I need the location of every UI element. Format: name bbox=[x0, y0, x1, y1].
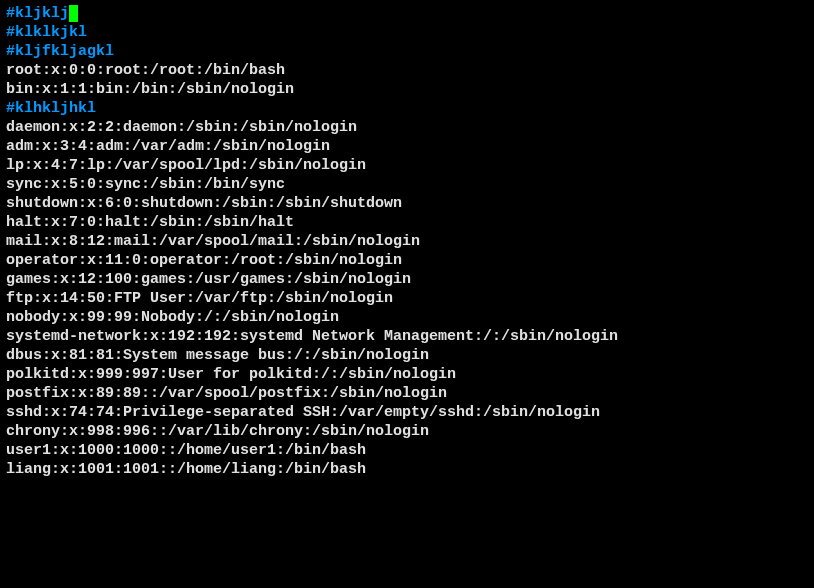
passwd-entry: mail:x:8:12:mail:/var/spool/mail:/sbin/n… bbox=[6, 232, 808, 251]
terminal-output[interactable]: #kljklj #klklkjkl#kljfkljagklroot:x:0:0:… bbox=[6, 4, 808, 479]
passwd-entry: postfix:x:89:89::/var/spool/postfix:/sbi… bbox=[6, 384, 808, 403]
passwd-entry: shutdown:x:6:0:shutdown:/sbin:/sbin/shut… bbox=[6, 194, 808, 213]
comment-line: #klhkljhkl bbox=[6, 99, 808, 118]
cursor bbox=[69, 5, 78, 22]
comment-line: #kljfkljagkl bbox=[6, 42, 808, 61]
passwd-entry: halt:x:7:0:halt:/sbin:/sbin/halt bbox=[6, 213, 808, 232]
passwd-entry: sync:x:5:0:sync:/sbin:/bin/sync bbox=[6, 175, 808, 194]
passwd-entry: adm:x:3:4:adm:/var/adm:/sbin/nologin bbox=[6, 137, 808, 156]
passwd-entry: liang:x:1001:1001::/home/liang:/bin/bash bbox=[6, 460, 808, 479]
passwd-entry: user1:x:1000:1000::/home/user1:/bin/bash bbox=[6, 441, 808, 460]
passwd-entry: lp:x:4:7:lp:/var/spool/lpd:/sbin/nologin bbox=[6, 156, 808, 175]
passwd-entry: systemd-network:x:192:192:systemd Networ… bbox=[6, 327, 808, 346]
passwd-entry: operator:x:11:0:operator:/root:/sbin/nol… bbox=[6, 251, 808, 270]
passwd-entry: nobody:x:99:99:Nobody:/:/sbin/nologin bbox=[6, 308, 808, 327]
passwd-entry: root:x:0:0:root:/root:/bin/bash bbox=[6, 61, 808, 80]
passwd-entry: chrony:x:998:996::/var/lib/chrony:/sbin/… bbox=[6, 422, 808, 441]
passwd-entry: ftp:x:14:50:FTP User:/var/ftp:/sbin/nolo… bbox=[6, 289, 808, 308]
passwd-entry: bin:x:1:1:bin:/bin:/sbin/nologin bbox=[6, 80, 808, 99]
comment-line: #klklkjkl bbox=[6, 23, 808, 42]
comment-line: #kljklj bbox=[6, 4, 808, 23]
passwd-entry: dbus:x:81:81:System message bus:/:/sbin/… bbox=[6, 346, 808, 365]
passwd-entry: daemon:x:2:2:daemon:/sbin:/sbin/nologin bbox=[6, 118, 808, 137]
passwd-entry: sshd:x:74:74:Privilege-separated SSH:/va… bbox=[6, 403, 808, 422]
passwd-entry: games:x:12:100:games:/usr/games:/sbin/no… bbox=[6, 270, 808, 289]
passwd-entry: polkitd:x:999:997:User for polkitd:/:/sb… bbox=[6, 365, 808, 384]
